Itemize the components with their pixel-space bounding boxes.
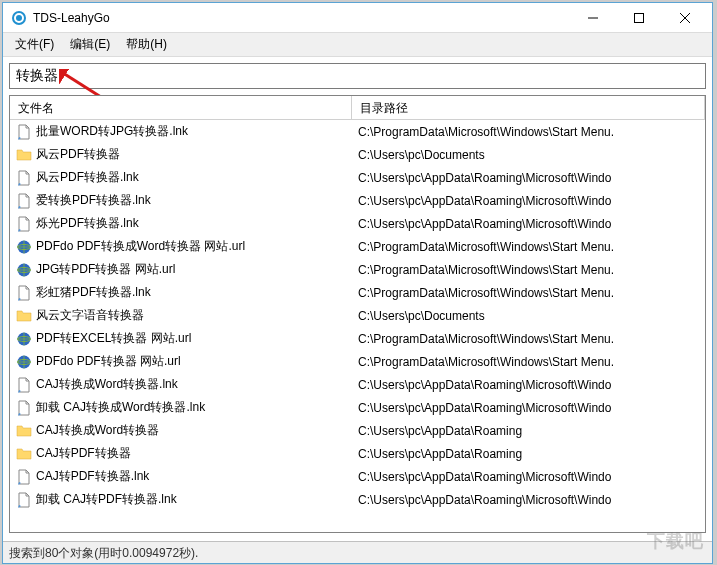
list-item[interactable]: CAJ转PDF转换器C:\Users\pc\AppData\Roaming (10, 442, 705, 465)
menubar: 文件(F) 编辑(E) 帮助(H) (3, 33, 712, 57)
list-item[interactable]: 风云PDF转换器.lnkC:\Users\pc\AppData\Roaming\… (10, 166, 705, 189)
search-input[interactable] (9, 63, 706, 89)
file-path: C:\Users\pc\AppData\Roaming\Microsoft\Wi… (352, 194, 705, 208)
list-item[interactable]: JPG转PDF转换器 网站.urlC:\ProgramData\Microsof… (10, 258, 705, 281)
file-path: C:\Users\pc\Documents (352, 309, 705, 323)
file-name: 风云文字语音转换器 (36, 307, 144, 324)
shortcut-file-icon (16, 193, 32, 209)
column-header-name[interactable]: 文件名 (10, 96, 352, 119)
file-path: C:\Users\pc\AppData\Roaming (352, 424, 705, 438)
list-item[interactable]: PDF转EXCEL转换器 网站.urlC:\ProgramData\Micros… (10, 327, 705, 350)
cell-name: JPG转PDF转换器 网站.url (10, 261, 352, 278)
folder-icon (16, 446, 32, 462)
globe-icon (16, 331, 32, 347)
folder-icon (16, 147, 32, 163)
list-item[interactable]: PDFdo PDF转换器 网站.urlC:\ProgramData\Micros… (10, 350, 705, 373)
shortcut-file-icon (16, 170, 32, 186)
cell-name: CAJ转换成Word转换器.lnk (10, 376, 352, 393)
list-body[interactable]: 批量WORD转JPG转换器.lnkC:\ProgramData\Microsof… (10, 120, 705, 532)
file-path: C:\Users\pc\AppData\Roaming\Microsoft\Wi… (352, 401, 705, 415)
svg-point-1 (16, 15, 22, 21)
file-path: C:\Users\pc\AppData\Roaming\Microsoft\Wi… (352, 217, 705, 231)
file-name: CAJ转PDF转换器 (36, 445, 131, 462)
cell-name: PDFdo PDF转换器 网站.url (10, 353, 352, 370)
menu-file[interactable]: 文件(F) (7, 33, 62, 56)
list-item[interactable]: 爱转换PDF转换器.lnkC:\Users\pc\AppData\Roaming… (10, 189, 705, 212)
file-name: CAJ转PDF转换器.lnk (36, 468, 149, 485)
window-controls (570, 3, 708, 32)
cell-name: PDFdo PDF转换成Word转换器 网站.url (10, 238, 352, 255)
cell-name: 爱转换PDF转换器.lnk (10, 192, 352, 209)
column-header-path[interactable]: 目录路径 (352, 96, 705, 119)
folder-icon (16, 423, 32, 439)
globe-icon (16, 262, 32, 278)
list-header: 文件名 目录路径 (10, 96, 705, 120)
file-name: 卸载 CAJ转PDF转换器.lnk (36, 491, 177, 508)
file-name: PDFdo PDF转换器 网站.url (36, 353, 181, 370)
file-name: 风云PDF转换器.lnk (36, 169, 139, 186)
shortcut-file-icon (16, 469, 32, 485)
window-title: TDS-LeahyGo (33, 11, 570, 25)
file-path: C:\Users\pc\AppData\Roaming\Microsoft\Wi… (352, 493, 705, 507)
shortcut-file-icon (16, 377, 32, 393)
file-name: 卸载 CAJ转换成Word转换器.lnk (36, 399, 205, 416)
cell-name: 风云文字语音转换器 (10, 307, 352, 324)
list-item[interactable]: 彩虹猪PDF转换器.lnkC:\ProgramData\Microsoft\Wi… (10, 281, 705, 304)
file-path: C:\Users\pc\Documents (352, 148, 705, 162)
file-name: CAJ转换成Word转换器.lnk (36, 376, 178, 393)
file-path: C:\Users\pc\AppData\Roaming\Microsoft\Wi… (352, 470, 705, 484)
cell-name: 卸载 CAJ转PDF转换器.lnk (10, 491, 352, 508)
shortcut-file-icon (16, 492, 32, 508)
cell-name: 卸载 CAJ转换成Word转换器.lnk (10, 399, 352, 416)
cell-name: 彩虹猪PDF转换器.lnk (10, 284, 352, 301)
folder-icon (16, 308, 32, 324)
search-area (3, 57, 712, 91)
maximize-button[interactable] (616, 3, 662, 32)
menu-edit[interactable]: 编辑(E) (62, 33, 118, 56)
svg-rect-3 (635, 13, 644, 22)
statusbar: 搜索到80个对象(用时0.0094972秒). (3, 541, 712, 563)
file-path: C:\Users\pc\AppData\Roaming\Microsoft\Wi… (352, 171, 705, 185)
file-name: PDF转EXCEL转换器 网站.url (36, 330, 191, 347)
file-name: CAJ转换成Word转换器 (36, 422, 159, 439)
cell-name: 风云PDF转换器.lnk (10, 169, 352, 186)
file-path: C:\ProgramData\Microsoft\Windows\Start M… (352, 240, 705, 254)
file-path: C:\ProgramData\Microsoft\Windows\Start M… (352, 286, 705, 300)
list-item[interactable]: 批量WORD转JPG转换器.lnkC:\ProgramData\Microsof… (10, 120, 705, 143)
list-item[interactable]: CAJ转换成Word转换器C:\Users\pc\AppData\Roaming (10, 419, 705, 442)
menu-help[interactable]: 帮助(H) (118, 33, 175, 56)
file-list: 文件名 目录路径 批量WORD转JPG转换器.lnkC:\ProgramData… (9, 95, 706, 533)
list-item[interactable]: 烁光PDF转换器.lnkC:\Users\pc\AppData\Roaming\… (10, 212, 705, 235)
globe-icon (16, 239, 32, 255)
minimize-button[interactable] (570, 3, 616, 32)
file-name: 风云PDF转换器 (36, 146, 120, 163)
app-icon (11, 10, 27, 26)
close-button[interactable] (662, 3, 708, 32)
cell-name: PDF转EXCEL转换器 网站.url (10, 330, 352, 347)
file-path: C:\Users\pc\AppData\Roaming\Microsoft\Wi… (352, 378, 705, 392)
list-item[interactable]: CAJ转换成Word转换器.lnkC:\Users\pc\AppData\Roa… (10, 373, 705, 396)
shortcut-file-icon (16, 400, 32, 416)
file-name: 爱转换PDF转换器.lnk (36, 192, 151, 209)
shortcut-file-icon (16, 124, 32, 140)
cell-name: 批量WORD转JPG转换器.lnk (10, 123, 352, 140)
cell-name: CAJ转换成Word转换器 (10, 422, 352, 439)
list-item[interactable]: 卸载 CAJ转换成Word转换器.lnkC:\Users\pc\AppData\… (10, 396, 705, 419)
list-item[interactable]: CAJ转PDF转换器.lnkC:\Users\pc\AppData\Roamin… (10, 465, 705, 488)
list-item[interactable]: 风云PDF转换器C:\Users\pc\Documents (10, 143, 705, 166)
list-item[interactable]: PDFdo PDF转换成Word转换器 网站.urlC:\ProgramData… (10, 235, 705, 258)
cell-name: CAJ转PDF转换器 (10, 445, 352, 462)
file-name: 彩虹猪PDF转换器.lnk (36, 284, 151, 301)
cell-name: 烁光PDF转换器.lnk (10, 215, 352, 232)
cell-name: CAJ转PDF转换器.lnk (10, 468, 352, 485)
list-item[interactable]: 风云文字语音转换器C:\Users\pc\Documents (10, 304, 705, 327)
file-path: C:\ProgramData\Microsoft\Windows\Start M… (352, 263, 705, 277)
file-path: C:\ProgramData\Microsoft\Windows\Start M… (352, 332, 705, 346)
shortcut-file-icon (16, 216, 32, 232)
app-window: TDS-LeahyGo 文件(F) 编辑(E) 帮助(H) 文件名 目录路径 (2, 2, 713, 564)
titlebar: TDS-LeahyGo (3, 3, 712, 33)
file-name: JPG转PDF转换器 网站.url (36, 261, 175, 278)
shortcut-file-icon (16, 285, 32, 301)
status-text: 搜索到80个对象(用时0.0094972秒). (9, 546, 198, 560)
list-item[interactable]: 卸载 CAJ转PDF转换器.lnkC:\Users\pc\AppData\Roa… (10, 488, 705, 511)
